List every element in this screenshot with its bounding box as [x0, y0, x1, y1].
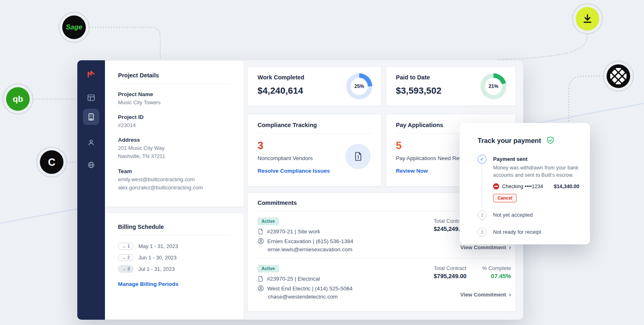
sidebar-item-contacts[interactable]: [83, 134, 99, 151]
sidebar-item-dashboard[interactable]: [83, 90, 99, 106]
divider: [258, 133, 371, 134]
sage-logo: Sage: [59, 12, 90, 43]
divider: [118, 83, 231, 84]
payment-tracker-title: Track your payment: [478, 137, 541, 145]
shield-check-icon: [546, 136, 555, 145]
compliance-tracking-card: Compliance Tracking 3 Noncompliant Vendo…: [247, 114, 382, 187]
payment-steps: ✓ Payment sent Money was withdrawn from …: [478, 155, 579, 237]
file-icon: [258, 228, 264, 235]
billing-period-pill-3[interactable]: →3: [118, 266, 133, 272]
download-connector: [496, 35, 587, 60]
status-badge: Active: [258, 217, 279, 225]
person-circle-icon: [258, 285, 264, 292]
cancel-payment-button[interactable]: Cancel: [493, 194, 517, 202]
paid-to-date-donut: 21%: [480, 73, 506, 99]
arrow-right-icon: →: [122, 266, 126, 271]
field-project-name: Project Name Music City Towers: [118, 91, 231, 107]
grid-pattern-logo: [603, 61, 634, 92]
grid-logo-connector: [569, 76, 602, 122]
step-check-circle: ✓: [478, 155, 487, 164]
check-icon: ✓: [480, 156, 484, 162]
step-number-circle: 3: [478, 228, 487, 237]
billing-schedule-title: Billing Schedule: [118, 224, 231, 230]
person-icon: [87, 138, 96, 147]
payment-step-sent: ✓ Payment sent Money was withdrawn from …: [478, 155, 579, 202]
globe-icon: [87, 160, 96, 169]
field-address: Address 201 Music City Way Nashville, TN…: [118, 137, 231, 160]
view-commitment-link[interactable]: View Commitment›: [434, 244, 511, 250]
payment-tracker-card: Track your payment ✓ Payment sent Money …: [460, 123, 590, 244]
review-now-link[interactable]: Review Now: [396, 168, 428, 174]
step-number-circle: 2: [478, 211, 487, 220]
quickbooks-logo: qb: [2, 83, 33, 114]
built-logo: [86, 69, 96, 79]
resolve-compliance-link[interactable]: Resolve Compliance Issues: [258, 168, 330, 174]
paid-to-date-card: Paid to Date $3,593,502 21%: [386, 66, 516, 106]
sage-connector: [90, 27, 160, 59]
billing-period-row: →1 May 1 - 31, 2023: [118, 242, 231, 250]
work-completed-card: Work Completed $4,240,614 25%: [247, 66, 382, 106]
building-icon: [87, 112, 96, 121]
waffle-grid-icon: [610, 68, 627, 84]
download-badge: [572, 3, 603, 34]
compliance-title: Compliance Tracking: [258, 122, 371, 128]
bank-account-row: Checking ••••1234 $14,340.00: [493, 183, 579, 189]
billing-period-pill-2[interactable]: →2: [118, 254, 133, 261]
view-commitment-link[interactable]: View Commitment›: [434, 291, 511, 298]
chevron-right-icon: ›: [509, 291, 511, 298]
field-team: Team emily.west@builtcontracting.com ale…: [118, 168, 231, 192]
work-completed-donut: 25%: [346, 73, 372, 99]
marketing-composition: Sage qb C: [0, 0, 644, 325]
status-badge: Active: [258, 265, 279, 272]
sage-logo-text: Sage: [66, 23, 83, 31]
divider: [118, 235, 231, 235]
commitment-row: Active #23970-25 | Electrical West End E…: [258, 259, 509, 305]
file-icon: [258, 276, 264, 282]
field-project-id: Project ID #23014: [118, 114, 231, 130]
sidebar-item-projects[interactable]: [83, 109, 99, 125]
cmic-logo: C: [36, 147, 67, 178]
dashboard: Project Details Project Name Music City …: [77, 60, 523, 320]
commitment-totals: Total Contract $795,249.00 % Complete 07…: [434, 265, 511, 298]
project-details-title: Project Details: [118, 72, 231, 79]
payment-step-accepted: 2 Not yet accepted: [478, 211, 579, 220]
download-icon: [582, 13, 593, 24]
cmic-logo-text: C: [48, 156, 55, 168]
billing-period-pill-1[interactable]: →1: [118, 243, 133, 250]
billing-period-row: →3 Jul 1 - 31, 2023: [118, 265, 231, 273]
sidebar-item-payments[interactable]: [83, 157, 99, 173]
bank-logo-icon: [493, 183, 499, 189]
sidebar: [77, 60, 105, 320]
billing-period-row: →2 Jun 1 - 30, 2023: [118, 253, 231, 261]
project-details-card: Project Details Project Name Music City …: [105, 60, 244, 207]
dashboard-icon: [87, 93, 96, 102]
person-circle-icon: [258, 238, 264, 244]
arrow-right-icon: →: [122, 255, 126, 260]
chevron-right-icon: ›: [509, 244, 511, 250]
manage-billing-periods-link[interactable]: Manage Billing Periods: [118, 281, 179, 287]
quickbooks-logo-text: qb: [13, 94, 23, 104]
arrow-right-icon: →: [122, 244, 126, 248]
payment-step-receipt: 3 Not ready for receipt: [478, 228, 579, 237]
billing-schedule-card: Billing Schedule →1 May 1 - 31, 2023 →2 …: [105, 213, 244, 320]
document-alert-icon: [353, 151, 363, 162]
document-bubble: [345, 144, 371, 169]
